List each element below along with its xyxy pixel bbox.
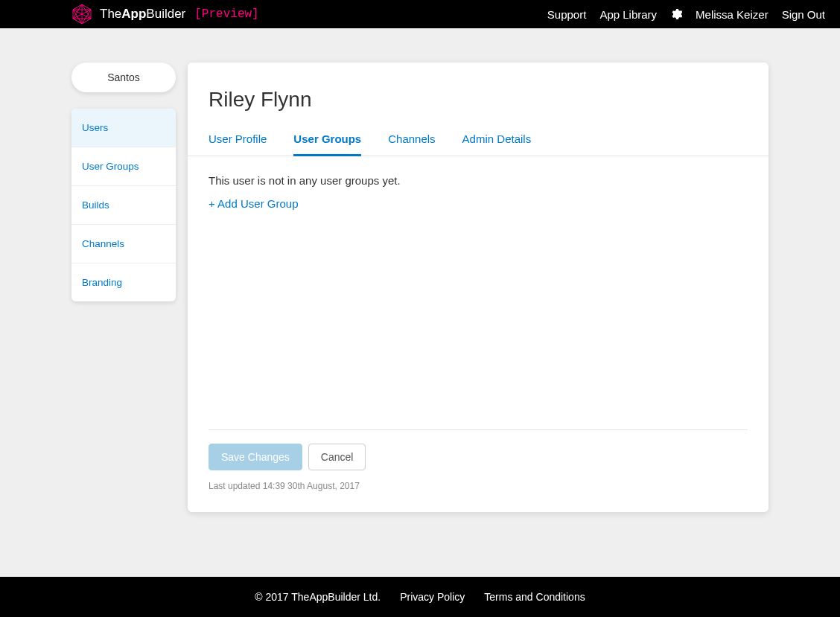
nav-app-library[interactable]: App Library	[599, 8, 657, 21]
empty-state-message: This user is not in any user groups yet.	[209, 174, 748, 187]
sidebar-item-users[interactable]: Users	[71, 109, 176, 147]
nav-support[interactable]: Support	[547, 8, 587, 21]
page-title: Riley Flynn	[209, 88, 748, 112]
tab-content: This user is not in any user groups yet.…	[188, 156, 769, 429]
gear-icon[interactable]	[670, 8, 682, 20]
tab-bar: User Profile User Groups Channels Admin …	[188, 125, 769, 156]
brand-wordmark: TheAppBuilder	[100, 7, 185, 22]
sidebar-nav: Users User Groups Builds Channels Brandi…	[71, 109, 176, 301]
footer-copyright: © 2017 TheAppBuilder Ltd.	[255, 591, 381, 603]
add-user-group-link[interactable]: + Add User Group	[209, 197, 298, 210]
tab-user-groups[interactable]: User Groups	[293, 125, 361, 156]
main-card: Riley Flynn User Profile User Groups Cha…	[188, 63, 769, 512]
top-bar: TheAppBuilder [Preview] Support App Libr…	[0, 0, 840, 28]
footer-bar: © 2017 TheAppBuilder Ltd. Privacy Policy…	[0, 577, 840, 617]
top-nav: Support App Library Melissa Keizer Sign …	[547, 8, 825, 21]
sidebar-item-channels[interactable]: Channels	[71, 225, 176, 263]
tab-admin-details[interactable]: Admin Details	[462, 125, 532, 156]
tab-channels[interactable]: Channels	[388, 125, 435, 156]
preview-tag: [Preview]	[194, 7, 258, 21]
sidebar: Santos Users User Groups Builds Channels…	[71, 63, 176, 512]
sidebar-item-branding[interactable]: Branding	[71, 263, 176, 301]
nav-sign-out[interactable]: Sign Out	[782, 8, 825, 21]
footer-terms-link[interactable]: Terms and Conditions	[484, 591, 585, 603]
button-row: Save Changes Cancel	[209, 444, 748, 470]
card-footer: Save Changes Cancel Last updated 14:39 3…	[188, 429, 769, 512]
brand-logo[interactable]: TheAppBuilder [Preview]	[70, 2, 259, 26]
footer-divider	[209, 429, 748, 430]
main-header: Riley Flynn	[188, 63, 769, 125]
sidebar-item-user-groups[interactable]: User Groups	[71, 147, 176, 186]
project-name: Santos	[107, 71, 140, 83]
last-updated-text: Last updated 14:39 30th August, 2017	[209, 481, 748, 491]
page-body: Santos Users User Groups Builds Channels…	[0, 28, 840, 512]
save-changes-button[interactable]: Save Changes	[209, 444, 302, 470]
cancel-button[interactable]: Cancel	[308, 444, 366, 470]
tab-user-profile[interactable]: User Profile	[209, 125, 267, 156]
brand-mark-icon	[70, 2, 94, 26]
footer-privacy-link[interactable]: Privacy Policy	[400, 591, 465, 603]
sidebar-item-builds[interactable]: Builds	[71, 186, 176, 225]
nav-user-name[interactable]: Melissa Keizer	[696, 8, 769, 21]
project-selector[interactable]: Santos	[71, 63, 176, 92]
